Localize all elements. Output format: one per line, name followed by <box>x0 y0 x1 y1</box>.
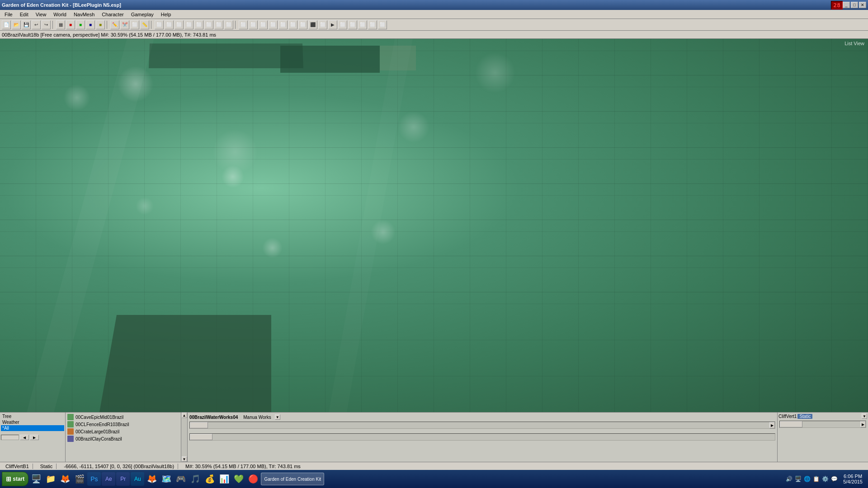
scroll-up[interactable]: ▲ <box>182 413 187 418</box>
minimize-button[interactable]: _ <box>843 2 850 8</box>
menu-gameplay[interactable]: Gameplay <box>127 11 157 18</box>
taskbar-ps[interactable]: Ps <box>87 472 101 486</box>
menu-navmesh[interactable]: NavMesh <box>70 11 98 18</box>
tray-icon-6[interactable]: 💬 <box>830 475 838 483</box>
tray-icon-1[interactable]: 🔊 <box>785 475 793 483</box>
taskbar-desktop[interactable]: 🖥️ <box>29 472 43 486</box>
tb-undo[interactable]: ↩ <box>32 20 41 29</box>
right-scrollbar-1[interactable]: ▶ <box>189 422 775 429</box>
tb-c4[interactable]: ⬜ <box>269 20 278 29</box>
taskbar-cash[interactable]: 💰 <box>203 472 217 486</box>
menu-world[interactable]: World <box>50 11 70 18</box>
tb-b3[interactable]: ⬜ <box>175 20 184 29</box>
taskbar-active-app[interactable]: Garden of Eden Creation Kit <box>261 473 324 485</box>
tray-icon-2[interactable]: 🖥️ <box>794 475 802 483</box>
title-buttons[interactable]: _ □ ✕ <box>843 2 866 8</box>
right-panel-header: 00BrazilWaterWorks04 Manua Works ▼ <box>189 413 776 421</box>
tb-c9[interactable]: ⬜ <box>318 20 327 29</box>
start-button[interactable]: ⊞ start <box>2 472 28 486</box>
tb-c12[interactable]: ⬜ <box>348 20 357 29</box>
menu-view[interactable]: View <box>32 11 50 18</box>
taskbar-redapp[interactable]: 🔴 <box>246 472 260 486</box>
tb-b1[interactable]: ⬜ <box>155 20 164 29</box>
list-item-2[interactable]: 00CLFenceEndR103Brazil <box>66 421 186 428</box>
tb-c5[interactable]: ⬜ <box>278 20 288 29</box>
taskbar-pr[interactable]: Pr <box>116 472 130 486</box>
taskbar-maps[interactable]: 🗺️ <box>160 472 173 486</box>
tray-icon-5[interactable]: ⚙️ <box>821 475 829 483</box>
tb-b6[interactable]: ⬜ <box>204 20 213 29</box>
list-item-3[interactable]: 00CrateLarge01Brazil <box>66 428 186 435</box>
tb-redo[interactable]: ↪ <box>42 20 51 29</box>
bokeh-9 <box>475 52 515 93</box>
tb-blue[interactable]: ■ <box>86 20 95 29</box>
menu-help[interactable]: Help <box>157 11 175 18</box>
tray-icon-4[interactable]: 📋 <box>812 475 820 483</box>
tb-cut[interactable]: ✂️ <box>120 20 129 29</box>
left-scroll-right[interactable]: ▶ <box>30 435 39 440</box>
taskbar-game[interactable]: 🎮 <box>174 472 188 486</box>
list-item-4[interactable]: 00BrazilClayCoraBrazil <box>66 435 186 442</box>
far-right-dropdown[interactable]: ▼ <box>862 413 867 419</box>
tb-b2[interactable]: ⬜ <box>165 20 174 29</box>
tb-red[interactable]: ■ <box>66 20 75 29</box>
center-scrollbar[interactable]: ▲ ▼ <box>181 413 187 462</box>
far-right-panel: CliffVert1 Static ▼ ▶ <box>778 413 868 462</box>
tb-measure[interactable]: 📏 <box>140 20 149 29</box>
taskbar-au[interactable]: Au <box>131 472 144 486</box>
tb-c7[interactable]: ⬜ <box>298 20 307 29</box>
taskbar-charts[interactable]: 📊 <box>217 472 231 486</box>
left-panel-tree[interactable]: Tree <box>1 413 64 419</box>
list-item-1[interactable]: 00CaveEpicMid01Brazil <box>66 413 186 421</box>
far-right-scroll-right[interactable]: ▶ <box>860 421 866 427</box>
tb-c13[interactable]: ⬜ <box>358 20 367 29</box>
tray-icon-3[interactable]: 🌐 <box>803 475 811 483</box>
list-label-4: 00BrazilClayCoraBrazil <box>75 436 122 441</box>
tb-c15[interactable]: ⬜ <box>378 20 387 29</box>
tb-c1[interactable]: ⬜ <box>239 20 248 29</box>
tb-c2[interactable]: ⬜ <box>249 20 258 29</box>
taskbar-media[interactable]: 🎬 <box>73 472 86 486</box>
tb-b5[interactable]: ⬜ <box>194 20 203 29</box>
menu-edit[interactable]: Edit <box>16 11 32 18</box>
hscroll-right-arrow[interactable]: ▶ <box>769 422 775 428</box>
tb-grid[interactable]: ▦ <box>56 20 65 29</box>
menu-character[interactable]: Character <box>98 11 127 18</box>
tb-green[interactable]: ■ <box>76 20 85 29</box>
menu-file[interactable]: File <box>1 11 16 18</box>
left-scroll-left[interactable]: ◀ <box>20 435 29 440</box>
tb-pencil[interactable]: ✏️ <box>110 20 119 29</box>
tb-c8[interactable]: ⬛ <box>308 20 317 29</box>
viewport[interactable]: List View <box>0 39 868 412</box>
right-panel-dropdown[interactable]: ▼ <box>275 414 280 420</box>
left-scroll-track[interactable] <box>1 435 19 440</box>
tb-save[interactable]: 💾 <box>22 20 31 29</box>
tb-new[interactable]: 📄 <box>2 20 11 29</box>
scroll-down[interactable]: ▼ <box>182 456 187 462</box>
tb-c11[interactable]: ⬜ <box>338 20 347 29</box>
taskbar-greenapp[interactable]: 💚 <box>232 472 245 486</box>
list-label-1: 00CaveEpicMid01Brazil <box>75 415 123 420</box>
right-scrollbar-2[interactable] <box>189 433 775 441</box>
left-panel-weather[interactable]: Weather <box>1 419 64 425</box>
left-panel-all[interactable]: *All <box>1 425 64 431</box>
taskbar-explorer[interactable]: 📁 <box>44 472 57 486</box>
taskbar-firefox[interactable]: 🦊 <box>145 472 159 486</box>
tb-b7[interactable]: ⬜ <box>214 20 223 29</box>
tb-yellow[interactable]: ■ <box>96 20 105 29</box>
tb-c6[interactable]: ⬜ <box>288 20 297 29</box>
maximize-button[interactable]: □ <box>851 2 858 8</box>
tb-b4[interactable]: ⬜ <box>184 20 193 29</box>
tb-b8[interactable]: ⬜ <box>224 20 233 29</box>
tb-open[interactable]: 📂 <box>12 20 21 29</box>
tb-c10[interactable]: ▶ <box>328 20 337 29</box>
far-right-scrollbar[interactable]: ▶ <box>779 421 866 428</box>
taskbar-browser[interactable]: 🦊 <box>58 472 72 486</box>
close-button[interactable]: ✕ <box>859 2 866 8</box>
tb-c14[interactable]: ⬜ <box>368 20 377 29</box>
tb-c3[interactable]: ⬜ <box>259 20 268 29</box>
taskbar-ae[interactable]: Ae <box>102 472 115 486</box>
taskbar-music[interactable]: 🎵 <box>189 472 202 486</box>
tb-sep4 <box>235 21 237 29</box>
tb-select[interactable]: ⬜ <box>130 20 139 29</box>
